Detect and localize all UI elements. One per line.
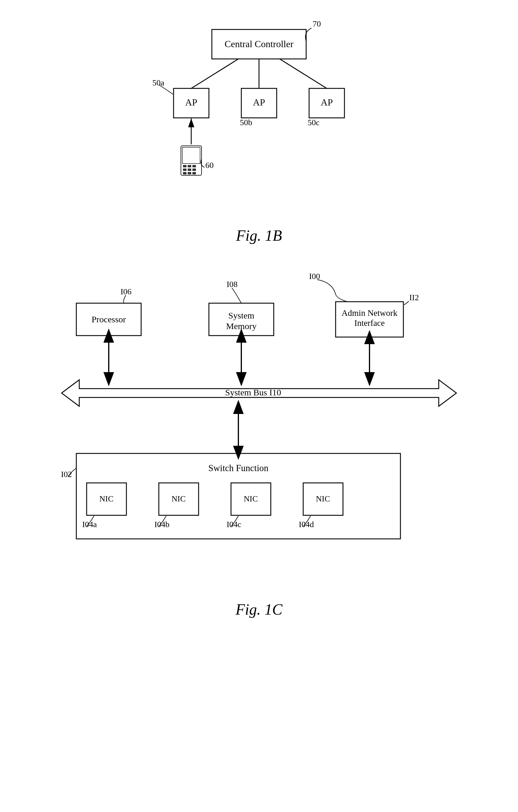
svg-text:I02: I02 <box>61 470 72 479</box>
svg-text:II2: II2 <box>409 293 419 302</box>
svg-text:I06: I06 <box>120 287 132 296</box>
svg-text:NIC: NIC <box>172 494 185 503</box>
fig1c-title: Fig. 1C <box>53 601 465 618</box>
svg-text:I04b: I04b <box>154 520 169 529</box>
svg-text:NIC: NIC <box>316 494 330 503</box>
fig1b-title: Fig. 1B <box>236 227 282 244</box>
fig1b-diagram: Central Controller 70 AP AP AP 50a 50b 5… <box>126 18 392 224</box>
svg-rect-25 <box>193 169 196 171</box>
svg-text:AP: AP <box>321 97 333 108</box>
svg-text:System Bus I10: System Bus I10 <box>225 387 281 397</box>
svg-rect-5 <box>174 88 209 118</box>
svg-text:Processor: Processor <box>92 314 126 324</box>
svg-marker-46 <box>62 380 456 406</box>
page: Central Controller 70 AP AP AP 50a 50b 5… <box>0 0 518 812</box>
svg-text:50a: 50a <box>152 78 165 87</box>
svg-text:Switch Function: Switch Function <box>208 463 269 473</box>
svg-text:NIC: NIC <box>244 494 258 503</box>
svg-text:Interface: Interface <box>354 318 384 328</box>
svg-rect-28 <box>193 172 196 174</box>
svg-rect-9 <box>309 88 344 118</box>
svg-text:60: 60 <box>205 161 213 170</box>
svg-text:Admin Network: Admin Network <box>342 308 398 318</box>
svg-rect-22 <box>193 165 196 167</box>
svg-rect-57 <box>159 483 199 515</box>
svg-rect-61 <box>303 483 343 515</box>
svg-rect-21 <box>188 165 191 167</box>
svg-text:I00: I00 <box>309 272 320 281</box>
svg-line-14 <box>191 59 238 88</box>
svg-rect-41 <box>336 302 403 337</box>
fig1c-diagram: Processor I06 System Memory I08 Admin Ne… <box>53 268 465 618</box>
svg-text:AP: AP <box>253 97 265 108</box>
svg-text:I04d: I04d <box>299 520 314 529</box>
svg-rect-34 <box>76 303 141 336</box>
svg-rect-2 <box>212 29 306 59</box>
svg-text:70: 70 <box>313 19 321 28</box>
svg-text:Memory: Memory <box>226 321 256 331</box>
svg-text:I04a: I04a <box>82 520 97 529</box>
svg-rect-26 <box>183 172 186 174</box>
svg-text:Central Controller: Central Controller <box>225 38 293 49</box>
svg-rect-37 <box>209 303 274 336</box>
svg-rect-18 <box>181 146 202 175</box>
svg-rect-51 <box>76 454 400 539</box>
svg-rect-19 <box>182 147 200 164</box>
svg-text:AP: AP <box>185 97 197 108</box>
svg-text:I04c: I04c <box>227 520 241 529</box>
svg-rect-24 <box>188 169 191 171</box>
svg-text:NIC: NIC <box>99 494 113 503</box>
svg-line-16 <box>280 59 327 88</box>
svg-text:50c: 50c <box>308 118 319 127</box>
svg-rect-7 <box>241 88 277 118</box>
svg-rect-20 <box>183 165 186 167</box>
svg-rect-23 <box>183 169 186 171</box>
svg-text:50b: 50b <box>240 118 252 127</box>
svg-text:I08: I08 <box>227 280 237 289</box>
svg-rect-55 <box>87 483 126 515</box>
svg-text:System: System <box>228 311 254 320</box>
svg-rect-27 <box>188 172 191 174</box>
svg-rect-59 <box>231 483 271 515</box>
